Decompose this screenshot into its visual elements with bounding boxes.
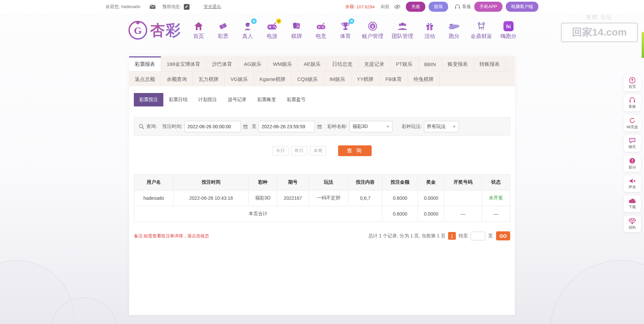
- refresh-balance-link[interactable]: 刷新: [381, 4, 389, 10]
- start-time-input[interactable]: [184, 121, 241, 132]
- tab-bbin[interactable]: BBIN: [419, 56, 442, 71]
- eye-off-icon[interactable]: [394, 4, 400, 9]
- bets-table: 用户名 投注时间 彩种 期号 玩法 投注内容 投注金额 奖金 开奖号码 状态 h…: [134, 174, 510, 222]
- search-button[interactable]: 查 询: [338, 145, 372, 156]
- lottery-select-value: 福彩3D: [353, 124, 368, 130]
- nav-item-egames[interactable]: H 电游: [264, 20, 280, 40]
- side-chat-button[interactable]: 聊天: [624, 135, 641, 152]
- nav-item-live[interactable]: N 真人: [239, 20, 256, 40]
- subtab-lottery-profit[interactable]: 彩票盈亏: [281, 93, 311, 106]
- tab-lottery-report[interactable]: 彩票报表: [129, 56, 161, 71]
- side-home-button[interactable]: 首页: [624, 75, 641, 91]
- tab-yy[interactable]: YY棋牌: [351, 72, 380, 86]
- tab-fb[interactable]: FB体育: [380, 72, 408, 86]
- subtab-plan-bets[interactable]: 计划投注: [193, 93, 222, 106]
- lottery-select[interactable]: 福彩3D ▼: [350, 121, 392, 132]
- ticket-icon: [218, 20, 228, 32]
- tab-transfer-report[interactable]: 转账报表: [474, 56, 506, 71]
- tab-account-change[interactable]: 账变报表: [442, 56, 474, 71]
- headset-icon: [629, 97, 636, 103]
- table-footer: 备注:如需查看投注单详情，请点击状态 总计 1 个记录, 分为 1 页, 当前第…: [134, 231, 510, 240]
- side-hangup-button[interactable]: 挂机: [624, 216, 641, 232]
- tab-daily-summary[interactable]: 日结总览: [326, 56, 358, 71]
- play-type-select-value: 所有玩法: [427, 124, 446, 130]
- tab-balance-query[interactable]: 余额查询: [161, 72, 193, 86]
- site-logo[interactable]: G 杏彩: [127, 20, 181, 41]
- tab-tetu[interactable]: 特兔棋牌: [408, 72, 440, 86]
- nav-item-paofen[interactable]: 跑分: [446, 20, 462, 40]
- tab-ae[interactable]: AE娱乐: [298, 56, 326, 71]
- lottery-name-label: 彩种名称:: [327, 124, 347, 130]
- home-icon: [194, 20, 204, 32]
- tab-pt[interactable]: PT娱乐: [390, 56, 418, 71]
- quick-actions: 今日 昨日 本周 查 询: [129, 145, 515, 156]
- this-week-button[interactable]: 本周: [310, 146, 326, 155]
- end-time-input[interactable]: [259, 121, 315, 132]
- tab-im[interactable]: IM娱乐: [324, 72, 351, 86]
- svg-text:¥: ¥: [372, 24, 374, 29]
- pagination-summary: 总计 1 个记录, 分为 1 页, 当前第 1 页: [368, 233, 445, 239]
- chevron-down-icon: ▼: [453, 125, 456, 128]
- tab-vg[interactable]: VG娱乐: [225, 72, 254, 86]
- edit-icon[interactable]: [184, 4, 190, 10]
- subtab-lottery-account-change[interactable]: 彩票账变: [252, 93, 281, 106]
- calendar-icon[interactable]: [317, 124, 322, 129]
- tab-rebate-total[interactable]: 返点总额: [129, 72, 161, 86]
- customer-service-link[interactable]: 客服: [453, 4, 471, 10]
- today-button[interactable]: 今日: [272, 146, 288, 155]
- tab-wm[interactable]: WM娱乐: [267, 56, 298, 71]
- nav-item-account[interactable]: ¥ 账户管理: [362, 20, 383, 40]
- tab-ag[interactable]: AG娱乐: [238, 56, 267, 71]
- nav-item-promotions[interactable]: 活动: [422, 20, 438, 40]
- nav-item-boardgames[interactable]: ♦ 棋牌: [288, 20, 305, 40]
- withdraw-button[interactable]: 提现: [429, 2, 448, 12]
- yesterday-button[interactable]: 昨日: [291, 146, 307, 155]
- nav-item-jinding[interactable]: 金鼎财富: [471, 20, 492, 40]
- side-im-recharge-button[interactable]: IM充值: [624, 115, 641, 132]
- page-1-button[interactable]: 1: [448, 232, 456, 240]
- subtab-lottery-bets[interactable]: 彩票投注: [134, 93, 163, 106]
- side-sound-button[interactable]: 声音: [624, 175, 641, 192]
- tab-deposit-records[interactable]: 充提记录: [358, 56, 390, 71]
- query-label: 查询:: [146, 124, 157, 130]
- pc-client-button[interactable]: 电脑客户端: [506, 2, 538, 12]
- tab-wali[interactable]: 瓦力棋牌: [193, 72, 225, 86]
- speaker-mute-icon: [629, 178, 636, 184]
- badge-n: N: [251, 18, 257, 24]
- side-question-button[interactable]: 疑问: [624, 155, 641, 172]
- scrollbar-thumb[interactable]: [642, 32, 644, 58]
- goto-page-input[interactable]: [471, 232, 485, 240]
- tab-188-sports[interactable]: 188金宝博体育: [161, 56, 206, 71]
- tripod-icon: [476, 20, 486, 32]
- calendar-icon[interactable]: [243, 124, 248, 129]
- subtab-lottery-daily[interactable]: 彩票日结: [163, 93, 193, 106]
- tab-kgame[interactable]: Kgame棋牌: [254, 72, 292, 86]
- badge-h: H: [276, 18, 281, 24]
- nav-item-hipaofen[interactable]: hi 嗨跑分: [500, 20, 517, 40]
- cloud-download-icon: [629, 198, 636, 204]
- col-content: 投注内容: [348, 175, 382, 190]
- nav-item-lottery[interactable]: 彩票: [215, 20, 231, 40]
- nav-item-team[interactable]: 团队管理: [392, 20, 413, 40]
- nav-item-home[interactable]: 首页: [191, 20, 207, 40]
- recharge-button[interactable]: 充值: [406, 2, 425, 12]
- status-badge[interactable]: 未开奖: [482, 190, 510, 206]
- tab-saba-sports[interactable]: 沙巴体育: [206, 56, 238, 71]
- cell-draw-number: [444, 190, 482, 206]
- nav-item-esports[interactable]: 电竞: [313, 20, 329, 40]
- nav-item-sports[interactable]: N 体育: [337, 20, 354, 40]
- logout-link[interactable]: 安全退出: [204, 4, 221, 10]
- bet-time-label: 投注时间:: [162, 124, 182, 130]
- refresh-circle-icon: [629, 117, 636, 124]
- report-tabs: 彩票报表 188金宝博体育 沙巴体育 AG娱乐 WM娱乐 AE娱乐 日结总览 充…: [129, 56, 515, 86]
- gamepad-icon: H: [267, 20, 277, 32]
- side-service-button[interactable]: 客服: [624, 95, 641, 111]
- badge-n: N: [349, 18, 354, 24]
- envelope-icon[interactable]: [150, 5, 156, 9]
- mobile-app-button[interactable]: 手机APP: [474, 2, 502, 12]
- play-type-select[interactable]: 所有玩法 ▼: [424, 121, 459, 132]
- subtab-chase-records[interactable]: 追号记录: [222, 93, 252, 106]
- go-button[interactable]: GO: [496, 231, 510, 240]
- tab-cq9[interactable]: CQ9娱乐: [291, 72, 324, 86]
- side-download-button[interactable]: 下载: [624, 195, 641, 212]
